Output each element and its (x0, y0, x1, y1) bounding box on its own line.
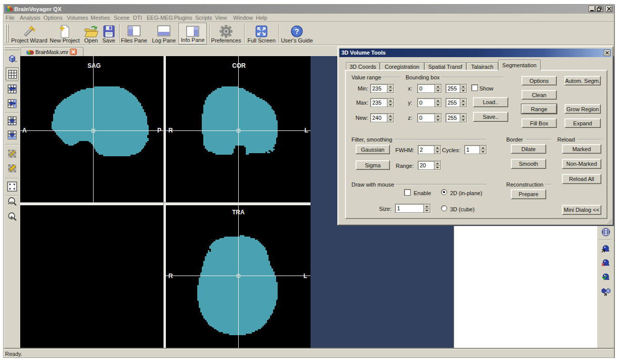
svg-text:?: ? (295, 27, 299, 35)
